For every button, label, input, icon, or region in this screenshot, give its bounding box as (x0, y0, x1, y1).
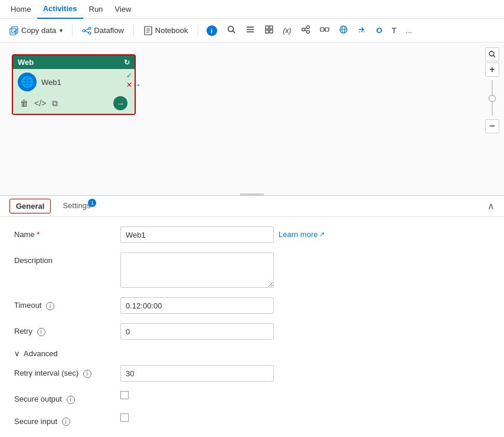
more-icon: ... (406, 26, 413, 35)
menu-run[interactable]: Run (83, 0, 109, 19)
timeout-info-icon[interactable]: i (46, 302, 54, 310)
globe-icon (339, 25, 348, 36)
grid-button[interactable] (261, 22, 277, 38)
copy-data-label: Copy data (21, 26, 56, 35)
canvas[interactable]: Web ↻ 🌐 Web1 ✓ ✕ 🗑 </> ⧉ (0, 42, 504, 196)
menu-home[interactable]: Home (5, 0, 37, 19)
teams-button[interactable]: T (388, 24, 400, 37)
learn-more-link[interactable]: Learn more ↗ (279, 226, 325, 239)
advanced-toggle[interactable]: ∨ Advanced (14, 349, 490, 358)
svg-point-3 (89, 27, 91, 29)
delete-icon[interactable]: 🗑 (20, 98, 28, 108)
bottom-panel: General Settings 1 ∧ Name * Learn more ↗ (0, 196, 504, 437)
tab-settings[interactable]: Settings 1 (55, 196, 97, 216)
timeout-input[interactable] (120, 297, 274, 314)
card-refresh-icon[interactable]: ↻ (124, 58, 130, 67)
retry-input[interactable] (120, 323, 274, 340)
menu-activities[interactable]: Activities (37, 0, 83, 19)
variable-button[interactable]: (x) (280, 24, 295, 37)
zoom-slider-track (492, 80, 493, 116)
retry-interval-info-icon[interactable]: i (83, 370, 91, 378)
run-icon[interactable]: → (113, 96, 127, 110)
activity-card-body: 🌐 Web1 ✓ ✕ 🗑 </> ⧉ → (13, 69, 135, 114)
menu-view[interactable]: View (109, 0, 137, 19)
zoom-search-button[interactable] (485, 47, 499, 61)
globe-symbol: 🌐 (21, 75, 34, 88)
svg-rect-25 (320, 28, 324, 31)
copy-icon[interactable]: ⧉ (52, 98, 58, 109)
svg-rect-16 (266, 26, 269, 29)
search-icon (227, 25, 236, 36)
list-icon (246, 25, 255, 36)
zoom-slider-thumb[interactable] (489, 95, 496, 102)
secure-input-checkbox[interactable] (120, 413, 129, 422)
retry-row: Retry i (14, 323, 490, 340)
svg-rect-26 (325, 28, 329, 31)
teams-icon: T (392, 26, 397, 35)
card-right-arrow-icon: → (132, 80, 142, 90)
dataflow-label: Dataflow (94, 26, 124, 35)
retry-interval-input[interactable] (120, 365, 274, 382)
tab-general[interactable]: General (9, 199, 51, 213)
settings-badge: 1 (88, 199, 96, 207)
zoom-out-button[interactable]: − (485, 119, 499, 133)
activity-card[interactable]: Web ↻ 🌐 Web1 ✓ ✕ 🗑 </> ⧉ (12, 54, 136, 115)
divider-handle[interactable] (240, 193, 264, 195)
search-button[interactable] (223, 22, 240, 38)
status-x-icon: ✕ (126, 81, 132, 89)
info-icon: i (207, 25, 217, 36)
globe-button[interactable] (335, 22, 352, 38)
name-input[interactable] (120, 226, 274, 243)
svg-rect-17 (270, 26, 273, 29)
dataflow-button[interactable]: Dataflow (77, 24, 129, 38)
arrow-button[interactable] (354, 22, 371, 38)
toolbar: Copy data ▾ Dataflow Notebook i (0, 19, 504, 42)
timeout-row: Timeout i (14, 297, 490, 314)
activity-card-name: Web1 (41, 78, 61, 87)
svg-line-12 (233, 31, 235, 34)
svg-point-4 (89, 32, 91, 34)
node-icon (301, 25, 310, 36)
secure-input-label: Secure input i (14, 413, 120, 426)
zoom-in-button[interactable]: + (485, 63, 499, 77)
timeout-label: Timeout i (14, 297, 120, 310)
svg-point-31 (489, 51, 494, 56)
separator-1 (72, 25, 73, 37)
retry-info-icon[interactable]: i (37, 328, 45, 336)
pipeline-button[interactable] (316, 22, 333, 38)
retry-interval-label: Retry interval (sec) i (14, 365, 120, 378)
node-button[interactable] (297, 22, 314, 38)
secure-output-label: Secure output i (14, 391, 120, 404)
notebook-button[interactable]: Notebook (139, 24, 193, 38)
status-check-icon: ✓ (126, 71, 132, 80)
secure-output-checkbox[interactable] (120, 391, 129, 399)
variable-icon: (x) (283, 27, 292, 35)
collapse-panel-button[interactable]: ∧ (487, 201, 495, 212)
copy-data-dropdown-icon: ▾ (60, 27, 63, 34)
tabs-header: General Settings 1 ∧ (0, 196, 504, 217)
secure-output-row: Secure output i (14, 391, 490, 404)
chevron-down-icon: ∨ (14, 349, 20, 358)
code-icon[interactable]: </> (34, 98, 46, 108)
info-button[interactable]: i (203, 23, 221, 38)
notebook-label: Notebook (155, 26, 188, 35)
more-button[interactable]: ... (402, 24, 416, 37)
copy-data-icon (9, 26, 19, 35)
svg-line-6 (85, 31, 89, 32)
name-row: Name * Learn more ↗ (14, 226, 490, 243)
name-label: Name * (14, 226, 120, 239)
zoom-controls: + − (485, 47, 499, 133)
copy-data-button[interactable]: Copy data ▾ (5, 24, 67, 38)
grid-icon (264, 25, 274, 36)
card-status-icons: ✓ ✕ (126, 71, 132, 89)
secure-input-info-icon[interactable]: i (62, 418, 70, 426)
secure-input-row: Secure input i (14, 413, 490, 426)
list-button[interactable] (242, 22, 258, 38)
svg-point-21 (306, 26, 309, 29)
retry-interval-row: Retry interval (sec) i (14, 365, 490, 382)
svg-line-24 (305, 30, 306, 31)
secure-output-info-icon[interactable]: i (67, 396, 75, 404)
description-input[interactable] (120, 252, 274, 288)
outlook-button[interactable]: O (373, 24, 386, 37)
svg-point-20 (302, 28, 305, 31)
